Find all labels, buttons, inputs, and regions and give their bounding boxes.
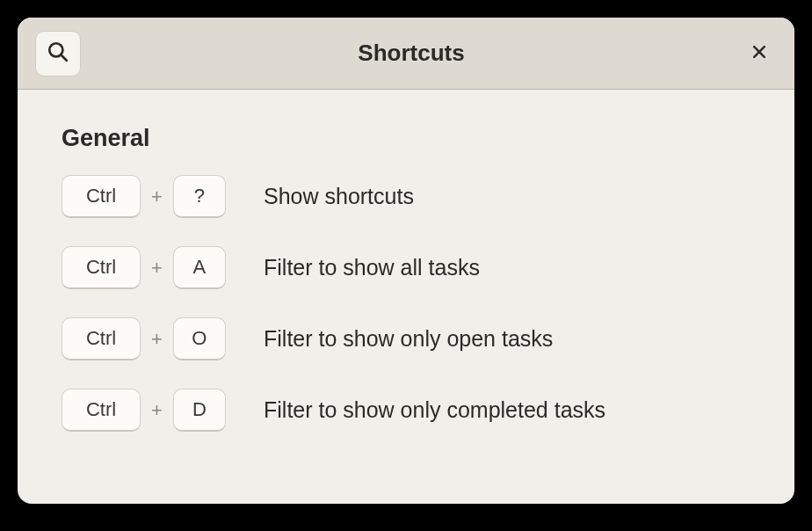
svg-line-1 [61, 55, 67, 61]
close-button[interactable] [742, 36, 777, 71]
dialog-title: Shortcuts [81, 40, 742, 67]
key-cap: Ctrl [62, 389, 141, 432]
key-cap: O [173, 317, 226, 360]
search-button[interactable] [35, 31, 81, 76]
key-combo: Ctrl + D [62, 389, 264, 432]
shortcut-row: Ctrl + ? Show shortcuts [62, 175, 750, 218]
section-title: General [62, 125, 750, 152]
key-cap: D [173, 389, 226, 432]
shortcut-row: Ctrl + O Filter to show only open tasks [62, 317, 750, 360]
key-cap: Ctrl [62, 246, 141, 289]
content-area: General Ctrl + ? Show shortcuts Ctrl + A… [18, 90, 794, 504]
shortcut-row: Ctrl + D Filter to show only completed t… [62, 389, 750, 432]
search-icon [47, 40, 69, 67]
shortcuts-dialog: Shortcuts General Ctrl + ? Show shortcut… [18, 18, 794, 504]
close-icon [750, 43, 768, 64]
shortcut-description: Filter to show only completed tasks [264, 397, 605, 423]
shortcut-description: Show shortcuts [264, 184, 414, 209]
titlebar: Shortcuts [18, 18, 794, 90]
key-combo: Ctrl + O [62, 317, 264, 360]
key-separator: + [151, 328, 163, 351]
key-combo: Ctrl + ? [62, 175, 264, 218]
shortcut-description: Filter to show only open tasks [264, 326, 553, 352]
shortcut-description: Filter to show all tasks [264, 255, 480, 280]
key-cap: A [173, 246, 226, 289]
key-cap: Ctrl [62, 317, 141, 360]
key-separator: + [151, 257, 163, 280]
key-cap: Ctrl [62, 175, 141, 218]
key-combo: Ctrl + A [62, 246, 264, 289]
key-cap: ? [173, 175, 226, 218]
key-separator: + [151, 185, 163, 208]
key-separator: + [151, 399, 163, 422]
shortcut-row: Ctrl + A Filter to show all tasks [62, 246, 750, 289]
